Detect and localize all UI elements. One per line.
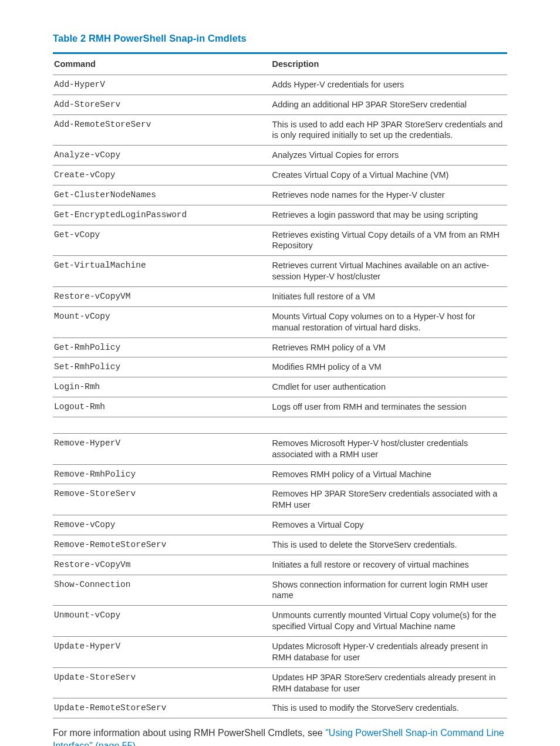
table-row: Remove-vCopyRemoves a Virtual Copy [53,515,507,535]
command-cell: Get-ClusterNodeNames [53,185,271,205]
table-row: Add-StoreServAdding an additional HP 3PA… [53,94,507,114]
table-row: Update-HyperVUpdates Microsoft Hyper-V c… [53,637,507,668]
description-cell: This is used to add each HP 3PAR StoreSe… [271,114,507,146]
command-cell: Restore-vCopyVm [53,555,271,575]
description-cell: Shows connection information for current… [271,575,507,606]
command-cell: Remove-HyperV [53,433,271,464]
description-cell: Retrieves a login password that may be u… [271,205,507,225]
command-cell: Login-Rmh [53,377,271,397]
description-cell: Initiates a full restore or recovery of … [271,555,507,575]
description-cell: Updates Microsoft Hyper-V credentials al… [271,637,507,668]
table-row: Create-vCopyCreates Virtual Copy of a Vi… [53,166,507,185]
table-row: Update-RemoteStoreServThis is used to mo… [53,698,507,718]
table-row: Restore-vCopyVMInitiates full restore of… [53,286,507,306]
empty-cell [271,417,507,433]
table-row: Mount-vCopyMounts Virtual Copy volumes o… [53,306,507,337]
document-page: Table 2 RMH PowerShell Snap-in Cmdlets C… [0,0,560,746]
description-cell: Retrieves current Virtual Machines avail… [271,256,507,287]
description-cell: Mounts Virtual Copy volumes on to a Hype… [271,306,507,337]
table-row: Logout-RmhLogs off user from RMH and ter… [53,397,507,417]
body-pre-text: For more information about using RMH Pow… [53,728,325,738]
command-cell: Logout-Rmh [53,397,271,417]
body-post-text: . [136,741,138,746]
empty-cell [53,417,271,433]
command-cell: Update-RemoteStoreServ [53,698,271,718]
table-header-row: Command Description [53,53,507,75]
table-row: Get-ClusterNodeNamesRetrieves node names… [53,185,507,205]
description-cell: Retrieves RMH policy of a VM [271,337,507,357]
table-row: Remove-RemoteStoreServThis is used to de… [53,535,507,555]
command-cell: Remove-RmhPolicy [53,464,271,484]
table-row: Analyze-vCopyAnalyzes Virtual Copies for… [53,146,507,166]
command-cell: Add-HyperV [53,75,271,94]
description-cell: Cmdlet for user authentication [271,377,507,397]
description-cell: Removes HP 3PAR StoreServ credentials as… [271,484,507,515]
table-row: Get-vCopyRetrieves existing Virtual Copy… [53,225,507,256]
table-row: Restore-vCopyVmInitiates a full restore … [53,555,507,575]
table-row: Remove-RmhPolicyRemoves RMH policy of a … [53,464,507,484]
table-caption: Table 2 RMH PowerShell Snap-in Cmdlets [53,33,507,44]
command-cell: Set-RmhPolicy [53,357,271,377]
description-cell: Retrieves node names for the Hyper-V clu… [271,185,507,205]
command-cell: Get-EncryptedLoginPassword [53,205,271,225]
table-row: Set-RmhPolicyModifies RMH policy of a VM [53,357,507,377]
command-cell: Get-RmhPolicy [53,337,271,357]
table-row: Get-VirtualMachineRetrieves current Virt… [53,256,507,287]
command-cell: Analyze-vCopy [53,146,271,166]
command-cell: Get-VirtualMachine [53,256,271,287]
description-cell: Retrieves existing Virtual Copy details … [271,225,507,256]
table-row: Add-HyperVAdds Hyper-V credentials for u… [53,75,507,94]
command-cell: Create-vCopy [53,166,271,185]
command-cell: Update-HyperV [53,637,271,668]
description-cell: Modifies RMH policy of a VM [271,357,507,377]
cmdlet-table: Command Description Add-HyperVAdds Hyper… [53,52,507,718]
header-description: Description [271,53,507,75]
description-cell: Creates Virtual Copy of a Virtual Machin… [271,166,507,185]
table-row [53,417,507,433]
table-row: Unmount-vCopyUnmounts currently mounted … [53,606,507,637]
description-cell: Analyzes Virtual Copies for errors [271,146,507,166]
table-row: Update-StoreServUpdates HP 3PAR StoreSer… [53,667,507,698]
description-cell: Removes a Virtual Copy [271,515,507,535]
command-cell: Remove-RemoteStoreServ [53,535,271,555]
description-cell: Adding an additional HP 3PAR StoreServ c… [271,94,507,114]
command-cell: Add-RemoteStoreServ [53,114,271,146]
header-command: Command [53,53,271,75]
description-cell: Unmounts currently mounted Virtual Copy … [271,606,507,637]
description-cell: Initiates full restore of a VM [271,286,507,306]
table-row: Login-RmhCmdlet for user authentication [53,377,507,397]
description-cell: Logs off user from RMH and terminates th… [271,397,507,417]
table-row: Remove-StoreServRemoves HP 3PAR StoreSer… [53,484,507,515]
description-cell: Removes Microsoft Hyper-V host/cluster c… [271,433,507,464]
command-cell: Remove-vCopy [53,515,271,535]
command-cell: Show-Connection [53,575,271,606]
table-row: Show-ConnectionShows connection informat… [53,575,507,606]
table-row: Get-RmhPolicyRetrieves RMH policy of a V… [53,337,507,357]
table-row: Get-EncryptedLoginPasswordRetrieves a lo… [53,205,507,225]
description-cell: This is used to delete the StorveServ cr… [271,535,507,555]
description-cell: This is used to modify the StorveServ cr… [271,698,507,718]
body-paragraph: For more information about using RMH Pow… [53,727,507,746]
description-cell: Removes RMH policy of a Virtual Machine [271,464,507,484]
command-cell: Unmount-vCopy [53,606,271,637]
command-cell: Get-vCopy [53,225,271,256]
command-cell: Remove-StoreServ [53,484,271,515]
description-cell: Adds Hyper-V credentials for users [271,75,507,94]
command-cell: Add-StoreServ [53,94,271,114]
table-row: Add-RemoteStoreServThis is used to add e… [53,114,507,146]
command-cell: Mount-vCopy [53,306,271,337]
table-row: Remove-HyperVRemoves Microsoft Hyper-V h… [53,433,507,464]
command-cell: Update-StoreServ [53,667,271,698]
command-cell: Restore-vCopyVM [53,286,271,306]
description-cell: Updates HP 3PAR StoreServ credentials al… [271,667,507,698]
